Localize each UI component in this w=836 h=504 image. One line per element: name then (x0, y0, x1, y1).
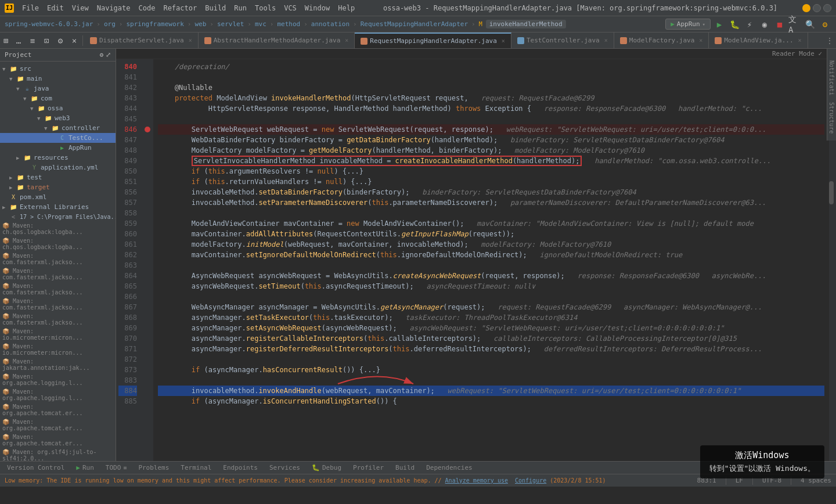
tab-close-ah[interactable]: × (345, 37, 348, 44)
tree-arrow-java[interactable]: ▼ (16, 86, 23, 92)
tree-item-maven5[interactable]: 📦 Maven: com.fasterxml.jackso... (0, 282, 116, 297)
close-button[interactable] (823, 4, 831, 12)
profiler-button[interactable]: Profiler (351, 464, 386, 471)
tree-item-resources[interactable]: ▶ 📁 resources (0, 153, 116, 163)
todo-button[interactable]: TODO ≡ (103, 464, 129, 471)
tree-item-testcontroller[interactable]: C TestCo... (0, 133, 116, 143)
menu-view[interactable]: View (69, 3, 92, 13)
tree-item-pom[interactable]: X pom.xml (0, 192, 116, 202)
run-config-button[interactable]: ▶ AppRun ▾ (665, 19, 711, 30)
menu-navigate[interactable]: Navigate (93, 3, 134, 13)
tab-close-mf[interactable]: × (699, 37, 702, 44)
tree-item-test[interactable]: ▶ 📁 test (0, 172, 116, 182)
stop-button[interactable]: ■ (773, 18, 786, 31)
tree-item-maven14[interactable]: 📦 Maven: org.apache.tomcat.er... (0, 417, 116, 433)
tree-arrow-test[interactable]: ▶ (9, 175, 16, 181)
tab-close-rm[interactable]: × (502, 38, 505, 44)
tree-item-java[interactable]: ▼ ☕ java (0, 84, 116, 93)
tab-settings[interactable]: ⚙ (53, 34, 67, 48)
tab-close-all[interactable]: × (67, 34, 81, 48)
run-tool-button[interactable]: ▶ Run (74, 464, 96, 471)
tab-close-mv[interactable]: × (798, 37, 802, 44)
version-control-button[interactable]: Version Control (5, 464, 67, 471)
problems-button[interactable]: Problems (136, 464, 171, 471)
tree-item-apprun[interactable]: ▶ AppRun (0, 143, 116, 153)
tree-item-jdk[interactable]: < 17 > C:\Program Files\Java... (0, 212, 116, 221)
nav-org[interactable]: org (104, 20, 116, 28)
scrollbar-thumb[interactable] (829, 181, 834, 204)
project-tab-btn[interactable]: ⊞ (0, 34, 12, 48)
menu-file[interactable]: File (19, 3, 42, 13)
endpoints-button[interactable]: Endpoints (221, 464, 260, 471)
structure-panel-label[interactable]: Structure (827, 95, 836, 141)
run-button[interactable]: ▶ (713, 18, 726, 31)
nav-web[interactable]: web (194, 20, 206, 28)
menu-vcs[interactable]: VCS (280, 3, 300, 13)
nav-servlet[interactable]: servlet (217, 20, 244, 28)
code-editor[interactable]: /deprecation/ @Nullable protected ModelA… (153, 59, 829, 461)
profile-button[interactable]: ◉ (758, 18, 771, 31)
terminal-button[interactable]: Terminal (178, 464, 214, 471)
nav-jar[interactable]: spring-webmvc-6.0.3.jar (5, 20, 93, 28)
nav-annotation[interactable]: annotation (311, 20, 349, 28)
maximize-button[interactable] (813, 4, 821, 12)
build-tool-button[interactable]: Build (393, 464, 417, 471)
configure-memory-link[interactable]: Configure (515, 477, 546, 484)
tree-item-maven3[interactable]: 📦 Maven: com.fasterxml.jackso... (0, 251, 116, 267)
tree-item-extlibs[interactable]: ▶ 📁 External Libraries (0, 202, 116, 212)
project-panel-gear[interactable]: ⚙ (99, 51, 103, 59)
tree-item-maven12[interactable]: 📦 Maven: org.apache.logging.l... (0, 387, 116, 402)
menu-run[interactable]: Run (230, 3, 250, 13)
tree-item-com[interactable]: ▼ 📁 com (0, 93, 116, 103)
project-tree[interactable]: ▼ 📁 src ▼ 📁 main ▼ ☕ java ▼ (0, 62, 116, 461)
tab-actions[interactable]: ≡ (26, 34, 39, 48)
tree-item-maven1[interactable]: 📦 Maven: ch.qos.logback:logba... (0, 221, 116, 236)
menu-code[interactable]: Code (135, 3, 159, 13)
tab-close-ds[interactable]: × (189, 37, 192, 44)
services-button[interactable]: Services (267, 464, 302, 471)
project-panel-expand[interactable]: ⤢ (106, 51, 111, 59)
tree-item-maven7[interactable]: 📦 Maven: com.fasterxml.jackso... (0, 312, 116, 327)
tab-modelfactory[interactable]: ModelFactory.java × (614, 33, 709, 49)
tree-arrow-com[interactable]: ▼ (23, 96, 30, 102)
menu-refactor[interactable]: Refactor (160, 3, 200, 13)
tree-item-maven4[interactable]: 📦 Maven: com.fasterxml.jackso... (0, 267, 116, 282)
translate-button[interactable]: 文A (788, 18, 801, 31)
tab-scroll-left[interactable]: … (12, 34, 26, 48)
tree-arrow-main[interactable]: ▼ (9, 76, 16, 82)
menu-help[interactable]: Help (334, 3, 358, 13)
tree-item-web3[interactable]: ▼ 📁 web3 (0, 113, 116, 123)
tree-item-controller[interactable]: ▼ 📁 controller (0, 123, 116, 133)
tab-testcontroller[interactable]: TestController.java × (511, 33, 614, 49)
tree-item-maven8[interactable]: 📦 Maven: io.micrometer:micron... (0, 327, 116, 342)
tree-item-maven11[interactable]: 📦 Maven: org.apache.logging.l... (0, 372, 116, 387)
dependencies-button[interactable]: Dependencies (424, 464, 474, 471)
tab-requestmapping[interactable]: RequestMappingHandlerAdapter.java × (355, 33, 511, 49)
minimize-button[interactable] (802, 4, 810, 12)
nav-springframework[interactable]: springframework (126, 20, 183, 28)
nav-mvc[interactable]: mvc (255, 20, 266, 28)
menu-tools[interactable]: Tools (251, 3, 279, 13)
tree-arrow-web3[interactable]: ▼ (37, 116, 44, 121)
debug-tool-button[interactable]: 🐛 Debug (309, 464, 344, 471)
tree-item-maven16[interactable]: 📦 Maven: org.slf4j:jul-to-slf4j:2.0... (0, 448, 116, 461)
tree-item-maven2[interactable]: 📦 Maven: ch.qos.logback:logba... (0, 236, 116, 251)
tab-close-tc[interactable]: × (604, 37, 608, 44)
menu-window[interactable]: Window (301, 3, 333, 13)
coverage-button[interactable]: ⚡ (743, 18, 756, 31)
tree-item-maven9[interactable]: 📦 Maven: io.micrometer:micron... (0, 342, 116, 357)
tree-item-target[interactable]: ▶ 📁 target (0, 182, 116, 192)
tree-arrow-target[interactable]: ▶ (9, 185, 16, 190)
tree-item-maven13[interactable]: 📦 Maven: org.apache.tomcat.er... (0, 402, 116, 417)
tree-arrow-res[interactable]: ▶ (16, 155, 23, 161)
nav-method-name[interactable]: invokeHandlerMethod (486, 20, 566, 28)
debug-button[interactable]: 🐛 (728, 18, 741, 31)
code-container[interactable]: 840 841 842 843 844 845 846 847 848 849 … (116, 59, 836, 461)
nav-method[interactable]: method (277, 20, 300, 28)
tab-modelandview[interactable]: ModelAndView.ja... × (709, 33, 808, 49)
tree-item-src[interactable]: ▼ 📁 src (0, 64, 116, 74)
tab-split[interactable]: ⊡ (39, 34, 53, 48)
tab-abstracthandler[interactable]: AbstractHandlerMethodAdapter.java × (199, 33, 355, 49)
tree-item-maven6[interactable]: 📦 Maven: com.fasterxml.jackso... (0, 297, 116, 312)
tree-item-ossa[interactable]: ▼ 📁 ossa (0, 103, 116, 113)
